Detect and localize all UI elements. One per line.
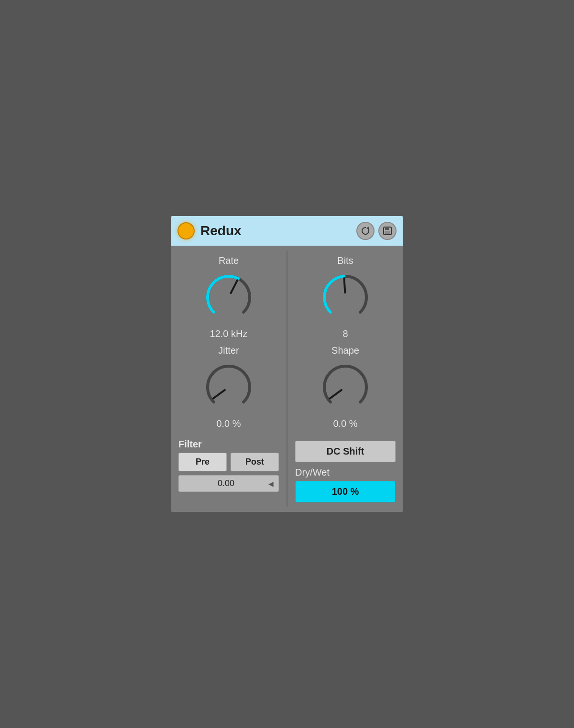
right-bottom: DC Shift Dry/Wet 100 % — [295, 439, 396, 502]
bits-value: 8 — [342, 328, 348, 339]
filter-label: Filter — [178, 439, 279, 450]
plugin-header: Redux — [171, 216, 403, 246]
right-panel: Bits 8 Shape 0.0 % DC Shift Dry/Wet 100 … — [287, 250, 403, 507]
jitter-knob[interactable] — [202, 361, 255, 413]
bits-label: Bits — [337, 255, 353, 266]
jitter-label: Jitter — [218, 345, 239, 356]
pre-button[interactable]: Pre — [178, 453, 227, 471]
filter-section: Filter Pre Post 0.00 ◀ — [178, 439, 279, 492]
dry-wet-label: Dry/Wet — [295, 467, 396, 478]
filter-value: 0.00 — [184, 478, 268, 489]
dc-shift-button[interactable]: DC Shift — [295, 441, 396, 462]
svg-rect-3 — [385, 231, 390, 234]
shape-knob[interactable] — [319, 361, 372, 413]
post-button[interactable]: Post — [231, 453, 279, 471]
filter-buttons: Pre Post — [178, 453, 279, 471]
power-led[interactable] — [177, 222, 195, 239]
shape-label: Shape — [331, 345, 359, 356]
main-body: Rate 12.0 kHz Jitter 0.0 % Filter Pre Po… — [171, 246, 403, 512]
plugin-title: Redux — [200, 223, 356, 239]
redux-plugin: Redux Rate — [170, 215, 404, 513]
rate-label: Rate — [219, 255, 239, 266]
header-icon-group — [356, 222, 397, 240]
bits-knob[interactable] — [319, 271, 372, 324]
rate-knob[interactable] — [202, 271, 255, 324]
dry-wet-bar[interactable]: 100 % — [295, 481, 396, 502]
left-panel: Rate 12.0 kHz Jitter 0.0 % Filter Pre Po… — [171, 250, 287, 507]
rate-value: 12.0 kHz — [210, 328, 248, 339]
filter-value-row[interactable]: 0.00 ◀ — [178, 475, 279, 492]
shape-value: 0.0 % — [333, 418, 357, 429]
filter-arrow-icon: ◀ — [268, 480, 274, 488]
jitter-value: 0.0 % — [216, 418, 241, 429]
svg-rect-2 — [385, 227, 389, 230]
refresh-icon[interactable] — [356, 222, 375, 240]
svg-marker-0 — [366, 227, 369, 229]
save-icon[interactable] — [378, 222, 397, 240]
